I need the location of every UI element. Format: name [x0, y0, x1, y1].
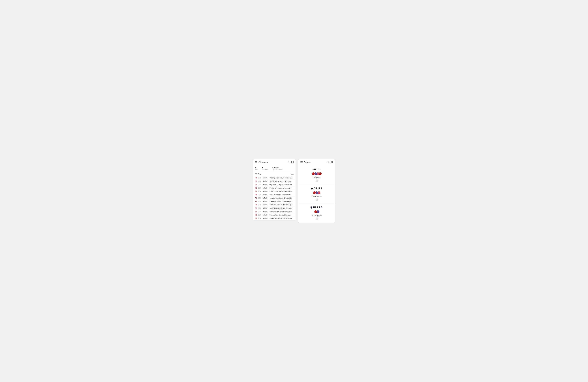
grid-view-button[interactable]: [291, 161, 294, 163]
issue-title: Start style guides for the usage o: [270, 201, 294, 202]
search-icon: [327, 161, 329, 163]
issue-priority: P1: [255, 177, 257, 179]
svg-rect-8: [316, 181, 316, 182]
ultra-shield: [311, 207, 312, 209]
issue-priority: P1: [255, 217, 257, 219]
issue-id: 204: [258, 207, 262, 209]
todo-badge: Todo: [263, 217, 269, 219]
issue-priority: P1: [255, 211, 257, 212]
resolved-label: Resolved: [262, 169, 268, 170]
todo-dot: [263, 205, 264, 205]
issue-row[interactable]: P1 204 Todo Organize our digital assets …: [253, 183, 296, 186]
todo-badge: Todo: [263, 207, 269, 209]
todo-badge: Todo: [263, 191, 269, 192]
issues-header-icons: [287, 161, 294, 163]
search-icon: [288, 161, 289, 163]
projects-header-icons: [326, 161, 333, 163]
panels-container: Issues 8 Total: [253, 159, 335, 223]
todo-badge: Todo: [263, 194, 269, 196]
todo-badge: Todo: [263, 184, 269, 186]
issue-id: 204: [258, 180, 262, 182]
issue-row[interactable]: P1 204 Todo Research the market for veri…: [253, 210, 296, 213]
issue-priority: P1: [255, 204, 257, 206]
todo-badge: Todo: [263, 197, 269, 199]
svg-rect-18: [317, 219, 317, 219]
todo-dot: [263, 177, 264, 178]
issues-header-left: Issues: [255, 161, 268, 163]
issues-list: P1 204 Todo Revamp our oldest, most bori…: [253, 176, 296, 220]
project-card[interactable]: Retro UI Design: [298, 165, 335, 185]
issue-row[interactable]: P1 204 Todo Design wireframes for our ne…: [253, 186, 296, 190]
svg-rect-9: [317, 181, 317, 182]
issue-row[interactable]: P1 204 Todo Start style guides for the u…: [253, 200, 296, 203]
issue-id: 204: [258, 177, 262, 179]
svg-rect-16: [317, 218, 317, 218]
issue-row[interactable]: P1 204 Todo Identify and smash those pes…: [253, 180, 296, 183]
issue-id: 204: [258, 184, 262, 186]
figma-icon: [315, 198, 318, 201]
project-avatars: [313, 191, 320, 194]
project-name: UI Design: [313, 176, 320, 178]
list-order-button[interactable]: [291, 173, 294, 175]
filter-label: Filter: [258, 173, 261, 175]
search-button[interactable]: [287, 161, 290, 163]
svg-marker-10: [311, 188, 313, 190]
svg-rect-17: [316, 219, 316, 219]
todo-badge: Todo: [263, 211, 269, 212]
issue-priority: P1: [255, 194, 257, 196]
issues-title: Issues: [262, 161, 268, 163]
issue-title: Raise awareness about learning: [270, 194, 294, 196]
total-label: Total: [255, 169, 258, 170]
projects-search-button[interactable]: [326, 161, 329, 163]
issue-row[interactable]: P1 204 Todo Raise awareness about learni…: [253, 193, 296, 196]
issue-priority: P1: [255, 201, 257, 202]
todo-dot: [263, 201, 264, 202]
issue-title: Design wireframes for our new e: [270, 187, 294, 189]
issue-row[interactable]: P1 204 Todo Prepare a demo to showcase g…: [253, 203, 296, 207]
stats-row: 8 Total 5 Resolved 118/381 Open vs Close…: [253, 165, 296, 172]
avatar: [312, 172, 315, 175]
todo-badge: Todo: [263, 204, 269, 206]
issue-id: 204: [258, 191, 262, 192]
issue-id: 204: [258, 217, 262, 219]
projects-grid-button[interactable]: [331, 161, 333, 163]
issue-priority: P1: [255, 187, 257, 189]
todo-dot: [263, 194, 264, 195]
project-name: UI UX Design: [312, 214, 322, 216]
list-order-icon: [291, 173, 294, 175]
menu-icon[interactable]: [255, 161, 257, 163]
filter-icon: [255, 173, 257, 175]
avatar: [313, 191, 316, 194]
issue-row[interactable]: P1 204 Todo Update our documentation in …: [253, 217, 296, 220]
issue-title: Conduct component library audit: [270, 197, 294, 199]
drift-shape: [311, 188, 313, 190]
project-avatars: [312, 172, 322, 175]
issue-id: 204: [258, 204, 262, 206]
issues-header: Issues: [253, 159, 296, 165]
issue-row[interactable]: P1 204 Todo Conduct component library au…: [253, 196, 296, 200]
projects-menu-icon[interactable]: [300, 161, 303, 163]
filter-button[interactable]: Filter: [255, 173, 261, 175]
todo-dot: [263, 214, 264, 215]
open-closed-label: Open vs Closed: [272, 169, 283, 170]
issue-row[interactable]: P1 204 Todo Consolidate landing page sec…: [253, 207, 296, 210]
stat-total: 8 Total: [255, 167, 258, 170]
issue-row[interactable]: P1 204 Todo Plan and execute usability t…: [253, 213, 296, 217]
avatar: [314, 210, 317, 213]
issue-priority: P1: [255, 191, 257, 192]
grid-icon: [331, 161, 333, 163]
todo-dot: [263, 184, 264, 185]
filter-row: Filter: [253, 172, 296, 176]
issue-row[interactable]: P1 204 Todo Enhance our landing page wit…: [253, 190, 296, 193]
issue-title: Plan and execute usability testin: [270, 214, 294, 216]
svg-rect-13: [316, 200, 316, 200]
issue-title: Consolidate landing page section: [270, 207, 294, 209]
issue-title: Update our documentation in our: [270, 217, 294, 219]
project-avatars: [314, 210, 319, 213]
svg-rect-7: [317, 180, 317, 180]
project-card[interactable]: DRIFT Visual Design: [298, 185, 335, 204]
project-card[interactable]: ULTRA UI UX Design: [298, 204, 335, 223]
projects-panel: Projects Retro UI Desig: [298, 159, 335, 223]
issue-row[interactable]: P1 204 Todo Revamp our oldest, most bori…: [253, 176, 296, 180]
total-number: 8: [255, 167, 258, 169]
